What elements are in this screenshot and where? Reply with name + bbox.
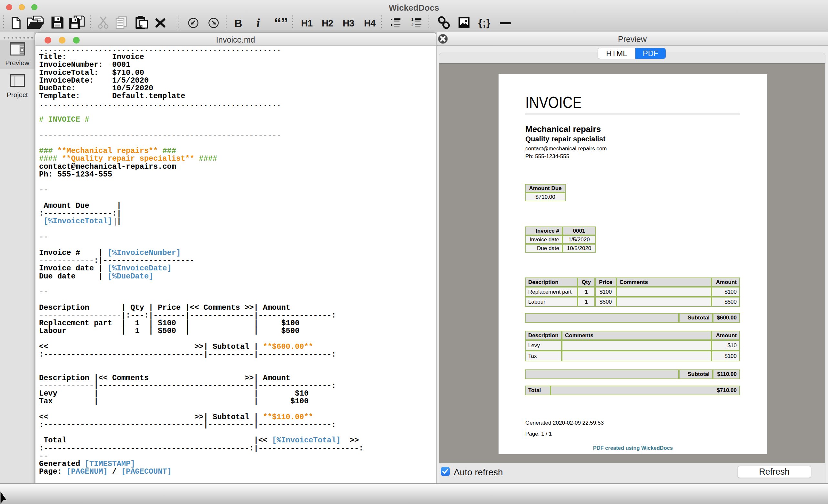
svg-text:2: 2 [411,23,413,27]
svg-text:1: 1 [411,18,413,21]
